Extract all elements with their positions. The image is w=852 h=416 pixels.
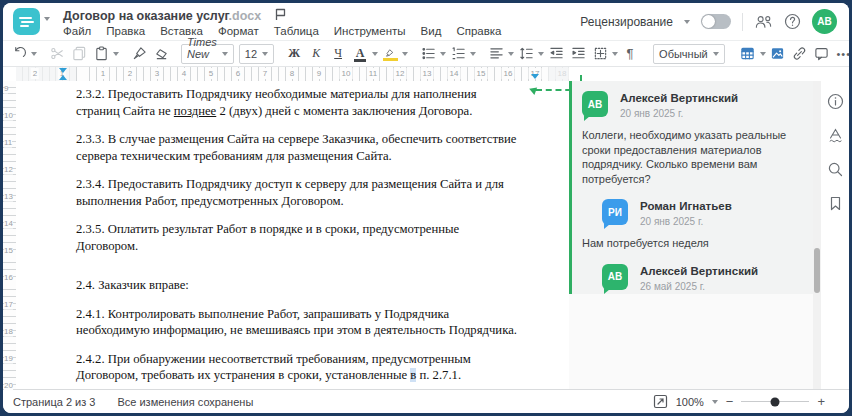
app-logo[interactable] [13, 8, 40, 35]
paragraph-borders-caret-icon[interactable] [612, 52, 618, 56]
font-color-caret-icon[interactable] [372, 52, 378, 56]
comments-panel: АВ Алексей Вертинский 20 янв 2025 г. Кол… [569, 81, 813, 389]
nonprinting-chars-button[interactable]: ¶ [620, 43, 640, 64]
scrollbar-thumb[interactable] [814, 248, 820, 293]
right-indent-marker[interactable] [531, 74, 539, 79]
paste-button[interactable] [91, 43, 111, 64]
insert-comment-button[interactable] [812, 43, 832, 64]
zoom-caret-icon[interactable] [712, 400, 718, 404]
paragraph-style-select[interactable]: Обычный [653, 44, 725, 64]
zoom-level[interactable]: 100% [676, 396, 704, 408]
v-ruler-number: 9 [4, 83, 8, 94]
commented-text[interactable]: позднее [174, 104, 216, 118]
h-ruler-number: 3 [153, 68, 161, 79]
zoom-slider[interactable] [741, 401, 809, 403]
insert-image-button[interactable] [768, 43, 788, 64]
review-mode-label[interactable]: Рецензирование [580, 15, 673, 29]
header-right: Рецензирование АВ [580, 3, 837, 40]
horizontal-ruler[interactable]: 21123456789101112131415161718 [16, 67, 569, 81]
menu-item[interactable]: Справка [456, 25, 501, 37]
align-caret-icon[interactable] [508, 52, 514, 56]
underline-button[interactable]: Ч [328, 43, 348, 64]
v-ruler-number: 12 [4, 164, 13, 175]
insert-link-button[interactable] [790, 43, 810, 64]
paragraph-2-3-4: 2.3.4. Предоставить Подрядчику доступ к … [76, 176, 521, 209]
comment-thread[interactable]: АВ Алексей Вертинский 20 янв 2025 г. Кол… [569, 81, 813, 294]
highlight-caret-icon[interactable] [402, 52, 408, 56]
document-page[interactable]: 2.3.2. Предоставить Подрядчику необходим… [16, 81, 569, 389]
italic-button[interactable]: К [306, 43, 326, 64]
zoom-slider-handle[interactable] [771, 397, 780, 406]
v-ruler-number: 16 [4, 272, 13, 283]
paste-caret-icon[interactable] [113, 52, 119, 56]
menu-item[interactable]: Таблица [274, 25, 319, 37]
increase-indent-button[interactable] [568, 43, 588, 64]
zoom-controls: 100% − + [653, 394, 825, 409]
help-icon[interactable] [784, 13, 801, 30]
h-ruler-number: 9 [315, 68, 323, 79]
font-name-select[interactable]: Times New ... [181, 44, 234, 64]
info-icon[interactable] [827, 93, 844, 110]
h-ruler-number: 15 [475, 68, 488, 79]
comment-3-header: АВ Алексей Вертинский 26 май 2025 г. [602, 264, 801, 292]
undo-caret-icon[interactable] [31, 52, 37, 56]
h-ruler-number: 10 [340, 68, 353, 79]
vertical-ruler[interactable]: 91011121314151617181920 [3, 81, 16, 389]
v-ruler-number: 15 [4, 245, 13, 256]
logo-caret-icon[interactable] [44, 17, 50, 21]
more-tools-button[interactable]: ••• [834, 43, 849, 64]
vertical-scrollbar[interactable] [813, 81, 821, 389]
zoom-out-button[interactable]: − [726, 397, 734, 407]
undo-button[interactable] [9, 43, 29, 64]
comment-3-author: Алексей Вертинский [640, 264, 758, 278]
font-color-button[interactable]: А [350, 43, 370, 64]
header: Договор на оказание услуг.docx ФайлПравк… [3, 3, 849, 40]
menu-item[interactable]: Файл [63, 25, 91, 37]
h-ruler-number: 1 [99, 68, 107, 79]
highlight-color-button[interactable] [380, 43, 400, 64]
cut-button[interactable] [47, 43, 67, 64]
numbered-list-caret-icon[interactable] [470, 52, 476, 56]
v-ruler-number: 18 [4, 326, 13, 337]
line-spacing-button[interactable] [516, 43, 536, 64]
insert-table-button[interactable] [738, 43, 758, 64]
user-avatar[interactable]: АВ [812, 9, 837, 34]
review-caret-icon[interactable] [684, 20, 690, 24]
bullet-list-caret-icon[interactable] [440, 52, 446, 56]
paragraph-style-value: Обычный [659, 48, 708, 60]
save-status: Все изменения сохранены [117, 396, 253, 408]
zoom-in-button[interactable]: + [817, 397, 825, 407]
paragraph-2-4-1: 2.4.1. Контролировать выполнение Работ, … [76, 306, 521, 339]
copy-button[interactable] [69, 43, 89, 64]
paragraph-borders-button[interactable] [590, 43, 610, 64]
search-icon[interactable] [827, 161, 844, 178]
page-indicator[interactable]: Страница 2 из 3 [13, 396, 95, 408]
left-indent-marker[interactable] [59, 75, 67, 80]
bookmark-icon[interactable] [827, 195, 844, 212]
bold-button[interactable]: Ж [284, 43, 304, 64]
menu-item[interactable]: Инструменты [334, 25, 406, 37]
document-title-ext: .docx [229, 9, 262, 23]
review-toggle[interactable] [701, 14, 731, 29]
favorite-flag-icon[interactable] [275, 8, 286, 21]
spellcheck-icon[interactable] [827, 127, 844, 144]
menu-item[interactable]: Вид [421, 25, 442, 37]
line-spacing-caret-icon[interactable] [538, 52, 544, 56]
menu-item[interactable]: Формат [218, 25, 259, 37]
document-title: Договор на оказание услуг.docx [63, 8, 286, 23]
fit-width-icon[interactable] [653, 394, 668, 409]
numbered-list-button[interactable] [448, 43, 468, 64]
font-size-select[interactable]: 12 [239, 44, 274, 64]
bullet-list-button[interactable] [418, 43, 438, 64]
decrease-indent-button[interactable] [546, 43, 566, 64]
collaboration-users-icon[interactable] [754, 14, 773, 30]
first-line-indent-marker[interactable] [59, 68, 67, 73]
insert-table-caret-icon[interactable] [760, 52, 766, 56]
format-painter-button[interactable] [129, 43, 149, 64]
font-name-caret-icon [222, 52, 228, 56]
menu-item[interactable]: Правка [106, 25, 145, 37]
v-ruler-number: 11 [4, 137, 12, 148]
document-title-text: Договор на оказание услуг [63, 9, 229, 23]
align-button[interactable] [486, 43, 506, 64]
clear-style-button[interactable] [151, 43, 171, 64]
